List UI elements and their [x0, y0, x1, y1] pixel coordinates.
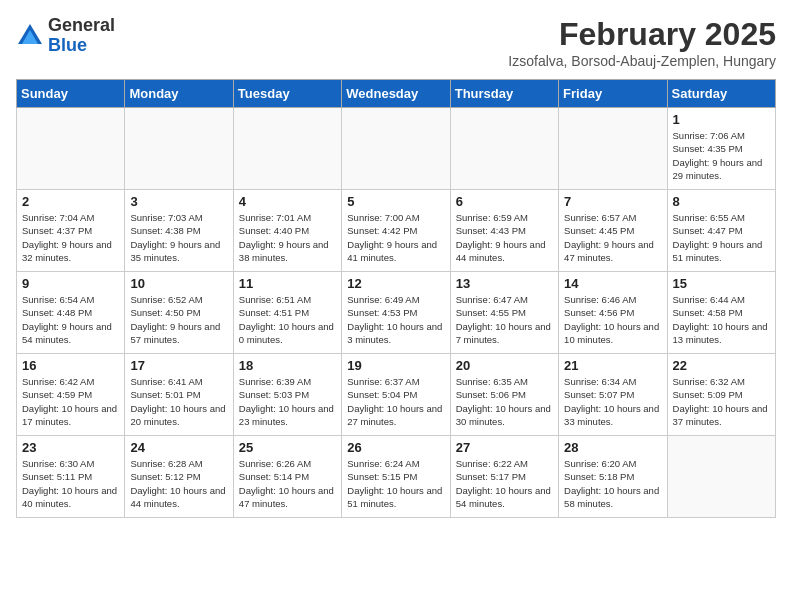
day-number: 20: [456, 358, 553, 373]
day-info: Sunrise: 7:04 AM Sunset: 4:37 PM Dayligh…: [22, 211, 119, 264]
calendar-cell: 25Sunrise: 6:26 AM Sunset: 5:14 PM Dayli…: [233, 436, 341, 518]
calendar-cell: [342, 108, 450, 190]
day-info: Sunrise: 6:51 AM Sunset: 4:51 PM Dayligh…: [239, 293, 336, 346]
day-info: Sunrise: 6:41 AM Sunset: 5:01 PM Dayligh…: [130, 375, 227, 428]
day-info: Sunrise: 6:24 AM Sunset: 5:15 PM Dayligh…: [347, 457, 444, 510]
day-info: Sunrise: 6:46 AM Sunset: 4:56 PM Dayligh…: [564, 293, 661, 346]
day-number: 13: [456, 276, 553, 291]
day-number: 21: [564, 358, 661, 373]
day-number: 26: [347, 440, 444, 455]
day-info: Sunrise: 6:28 AM Sunset: 5:12 PM Dayligh…: [130, 457, 227, 510]
day-info: Sunrise: 6:35 AM Sunset: 5:06 PM Dayligh…: [456, 375, 553, 428]
logo-text: General Blue: [48, 16, 115, 56]
location-subtitle: Izsofalva, Borsod-Abauj-Zemplen, Hungary: [508, 53, 776, 69]
day-info: Sunrise: 7:01 AM Sunset: 4:40 PM Dayligh…: [239, 211, 336, 264]
calendar-cell: 7Sunrise: 6:57 AM Sunset: 4:45 PM Daylig…: [559, 190, 667, 272]
day-number: 8: [673, 194, 770, 209]
header-cell-wednesday: Wednesday: [342, 80, 450, 108]
calendar-cell: 16Sunrise: 6:42 AM Sunset: 4:59 PM Dayli…: [17, 354, 125, 436]
day-info: Sunrise: 6:54 AM Sunset: 4:48 PM Dayligh…: [22, 293, 119, 346]
logo: General Blue: [16, 16, 115, 56]
calendar-cell: 10Sunrise: 6:52 AM Sunset: 4:50 PM Dayli…: [125, 272, 233, 354]
day-number: 3: [130, 194, 227, 209]
day-info: Sunrise: 6:22 AM Sunset: 5:17 PM Dayligh…: [456, 457, 553, 510]
day-info: Sunrise: 6:37 AM Sunset: 5:04 PM Dayligh…: [347, 375, 444, 428]
day-number: 19: [347, 358, 444, 373]
calendar-cell: 28Sunrise: 6:20 AM Sunset: 5:18 PM Dayli…: [559, 436, 667, 518]
logo-blue: Blue: [48, 36, 115, 56]
calendar-cell: 11Sunrise: 6:51 AM Sunset: 4:51 PM Dayli…: [233, 272, 341, 354]
day-info: Sunrise: 7:03 AM Sunset: 4:38 PM Dayligh…: [130, 211, 227, 264]
calendar-cell: 22Sunrise: 6:32 AM Sunset: 5:09 PM Dayli…: [667, 354, 775, 436]
day-info: Sunrise: 6:39 AM Sunset: 5:03 PM Dayligh…: [239, 375, 336, 428]
calendar-cell: 9Sunrise: 6:54 AM Sunset: 4:48 PM Daylig…: [17, 272, 125, 354]
header-cell-sunday: Sunday: [17, 80, 125, 108]
calendar-week-0: 1Sunrise: 7:06 AM Sunset: 4:35 PM Daylig…: [17, 108, 776, 190]
calendar-cell: [233, 108, 341, 190]
day-number: 4: [239, 194, 336, 209]
day-number: 15: [673, 276, 770, 291]
day-number: 10: [130, 276, 227, 291]
calendar-week-1: 2Sunrise: 7:04 AM Sunset: 4:37 PM Daylig…: [17, 190, 776, 272]
header-cell-monday: Monday: [125, 80, 233, 108]
day-info: Sunrise: 6:34 AM Sunset: 5:07 PM Dayligh…: [564, 375, 661, 428]
day-number: 27: [456, 440, 553, 455]
calendar-cell: 26Sunrise: 6:24 AM Sunset: 5:15 PM Dayli…: [342, 436, 450, 518]
day-number: 28: [564, 440, 661, 455]
calendar-week-4: 23Sunrise: 6:30 AM Sunset: 5:11 PM Dayli…: [17, 436, 776, 518]
day-info: Sunrise: 6:32 AM Sunset: 5:09 PM Dayligh…: [673, 375, 770, 428]
calendar-cell: 17Sunrise: 6:41 AM Sunset: 5:01 PM Dayli…: [125, 354, 233, 436]
calendar-cell: 8Sunrise: 6:55 AM Sunset: 4:47 PM Daylig…: [667, 190, 775, 272]
calendar-cell: 6Sunrise: 6:59 AM Sunset: 4:43 PM Daylig…: [450, 190, 558, 272]
day-number: 6: [456, 194, 553, 209]
calendar-cell: 12Sunrise: 6:49 AM Sunset: 4:53 PM Dayli…: [342, 272, 450, 354]
calendar-cell: 2Sunrise: 7:04 AM Sunset: 4:37 PM Daylig…: [17, 190, 125, 272]
calendar-cell: 13Sunrise: 6:47 AM Sunset: 4:55 PM Dayli…: [450, 272, 558, 354]
day-info: Sunrise: 6:59 AM Sunset: 4:43 PM Dayligh…: [456, 211, 553, 264]
header-cell-tuesday: Tuesday: [233, 80, 341, 108]
day-number: 14: [564, 276, 661, 291]
day-info: Sunrise: 6:42 AM Sunset: 4:59 PM Dayligh…: [22, 375, 119, 428]
day-number: 23: [22, 440, 119, 455]
day-number: 22: [673, 358, 770, 373]
calendar-table: SundayMondayTuesdayWednesdayThursdayFrid…: [16, 79, 776, 518]
title-area: February 2025 Izsofalva, Borsod-Abauj-Ze…: [508, 16, 776, 69]
calendar-cell: [559, 108, 667, 190]
calendar-cell: 15Sunrise: 6:44 AM Sunset: 4:58 PM Dayli…: [667, 272, 775, 354]
day-number: 11: [239, 276, 336, 291]
calendar-cell: 3Sunrise: 7:03 AM Sunset: 4:38 PM Daylig…: [125, 190, 233, 272]
day-number: 12: [347, 276, 444, 291]
calendar-cell: 24Sunrise: 6:28 AM Sunset: 5:12 PM Dayli…: [125, 436, 233, 518]
day-number: 5: [347, 194, 444, 209]
day-info: Sunrise: 7:00 AM Sunset: 4:42 PM Dayligh…: [347, 211, 444, 264]
day-info: Sunrise: 6:47 AM Sunset: 4:55 PM Dayligh…: [456, 293, 553, 346]
day-info: Sunrise: 6:55 AM Sunset: 4:47 PM Dayligh…: [673, 211, 770, 264]
calendar-cell: 4Sunrise: 7:01 AM Sunset: 4:40 PM Daylig…: [233, 190, 341, 272]
day-number: 18: [239, 358, 336, 373]
day-info: Sunrise: 6:52 AM Sunset: 4:50 PM Dayligh…: [130, 293, 227, 346]
page-header: General Blue February 2025 Izsofalva, Bo…: [16, 16, 776, 69]
day-number: 25: [239, 440, 336, 455]
calendar-cell: 19Sunrise: 6:37 AM Sunset: 5:04 PM Dayli…: [342, 354, 450, 436]
day-number: 24: [130, 440, 227, 455]
day-info: Sunrise: 6:57 AM Sunset: 4:45 PM Dayligh…: [564, 211, 661, 264]
calendar-week-3: 16Sunrise: 6:42 AM Sunset: 4:59 PM Dayli…: [17, 354, 776, 436]
day-info: Sunrise: 6:26 AM Sunset: 5:14 PM Dayligh…: [239, 457, 336, 510]
calendar-header: SundayMondayTuesdayWednesdayThursdayFrid…: [17, 80, 776, 108]
calendar-cell: 21Sunrise: 6:34 AM Sunset: 5:07 PM Dayli…: [559, 354, 667, 436]
calendar-cell: [125, 108, 233, 190]
calendar-cell: 1Sunrise: 7:06 AM Sunset: 4:35 PM Daylig…: [667, 108, 775, 190]
day-number: 1: [673, 112, 770, 127]
day-number: 2: [22, 194, 119, 209]
day-info: Sunrise: 6:20 AM Sunset: 5:18 PM Dayligh…: [564, 457, 661, 510]
day-info: Sunrise: 6:30 AM Sunset: 5:11 PM Dayligh…: [22, 457, 119, 510]
calendar-cell: 14Sunrise: 6:46 AM Sunset: 4:56 PM Dayli…: [559, 272, 667, 354]
header-row: SundayMondayTuesdayWednesdayThursdayFrid…: [17, 80, 776, 108]
calendar-cell: [667, 436, 775, 518]
header-cell-saturday: Saturday: [667, 80, 775, 108]
month-title: February 2025: [508, 16, 776, 53]
day-number: 16: [22, 358, 119, 373]
calendar-cell: [450, 108, 558, 190]
calendar-week-2: 9Sunrise: 6:54 AM Sunset: 4:48 PM Daylig…: [17, 272, 776, 354]
header-cell-thursday: Thursday: [450, 80, 558, 108]
